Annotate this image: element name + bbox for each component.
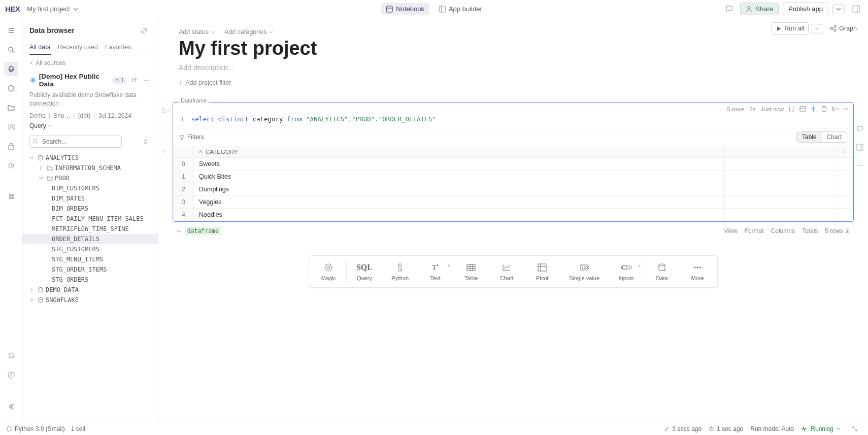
cell-drag-handle[interactable] bbox=[161, 107, 171, 113]
code-editor[interactable]: 1 select distinct category from "ANALYTI… bbox=[173, 113, 853, 128]
footer-view[interactable]: View bbox=[724, 227, 738, 235]
tree-table[interactable]: DIM_ORDERS bbox=[22, 204, 158, 214]
add-project-filter[interactable]: +Add project filter bbox=[179, 79, 848, 87]
cell-count[interactable]: 1 cell bbox=[71, 425, 85, 432]
column-header[interactable]: A CATEGORY bbox=[194, 146, 724, 158]
description-input[interactable]: Add description... bbox=[179, 63, 848, 72]
add-pivot[interactable]: Pivot bbox=[524, 260, 560, 283]
tree-table[interactable]: STG_ORDERS bbox=[22, 275, 158, 285]
expand-button[interactable] bbox=[848, 422, 862, 436]
page-title[interactable]: My first project bbox=[179, 38, 848, 59]
add-table[interactable]: Table bbox=[453, 260, 489, 283]
rail-history[interactable] bbox=[4, 158, 18, 173]
publish-dropdown[interactable] bbox=[832, 4, 845, 14]
last-ran[interactable]: 1 sec ago bbox=[709, 425, 743, 432]
tree-table[interactable]: DIM_DATES bbox=[22, 193, 158, 204]
rail-notifications[interactable] bbox=[4, 349, 18, 363]
run-mode[interactable]: Run mode: Auto bbox=[750, 425, 794, 432]
logo[interactable]: HEX bbox=[5, 5, 20, 13]
rail-search[interactable] bbox=[4, 43, 18, 57]
tree-table-selected[interactable]: ORDER_DETAILS bbox=[22, 234, 158, 244]
add-status[interactable]: Add status bbox=[179, 28, 215, 36]
tree-table[interactable]: FCT_DAILY_MENU_ITEM_SALES bbox=[22, 214, 158, 224]
add-magic[interactable]: Magic bbox=[311, 260, 347, 283]
table-row[interactable]: 4Noodles bbox=[174, 209, 853, 221]
tab-app-builder[interactable]: App builder bbox=[433, 3, 487, 15]
footer-rowcount[interactable]: 5 rows bbox=[825, 227, 850, 235]
view-table[interactable]: Table bbox=[797, 132, 822, 142]
add-column-button[interactable]: + bbox=[838, 146, 853, 158]
project-name-dropdown[interactable]: My first project bbox=[27, 5, 78, 13]
rail-files[interactable] bbox=[4, 101, 18, 115]
link-badge[interactable]: 1 bbox=[112, 77, 126, 84]
publish-button[interactable]: Publish app bbox=[783, 3, 828, 15]
add-query[interactable]: SQLQuery bbox=[347, 260, 382, 283]
cell-comment[interactable] bbox=[853, 122, 867, 136]
breadcrumb[interactable]: All sources bbox=[22, 55, 158, 71]
add-more[interactable]: More bbox=[680, 260, 715, 283]
tree-table[interactable]: STG_ORDER_ITEMS bbox=[22, 264, 158, 275]
footer-format[interactable]: Format bbox=[745, 227, 764, 235]
run-cell-button[interactable] bbox=[831, 106, 840, 112]
comment-button[interactable] bbox=[722, 2, 736, 16]
rail-shortcuts[interactable]: ⌘ bbox=[4, 190, 18, 204]
format-button[interactable] bbox=[799, 106, 806, 112]
panel-toggle-button[interactable] bbox=[849, 2, 863, 16]
run-all-dropdown[interactable] bbox=[812, 24, 822, 34]
collapse-all-button[interactable] bbox=[141, 137, 151, 147]
index-header[interactable] bbox=[174, 146, 194, 158]
source-name[interactable]: [Demo] Hex Public Data bbox=[39, 73, 109, 88]
cell-panel[interactable] bbox=[853, 140, 867, 154]
rail-collapse[interactable] bbox=[4, 399, 18, 414]
tree-table[interactable]: STG_CUSTOMERS bbox=[22, 244, 158, 254]
rail-data[interactable] bbox=[4, 62, 18, 76]
table-row[interactable]: 0Sweets bbox=[174, 158, 853, 171]
sidebar-tab-recent[interactable]: Recently used bbox=[58, 41, 98, 55]
tree-schema-analytics[interactable]: ANALYTICS bbox=[22, 153, 158, 163]
graph-button[interactable]: Graph bbox=[825, 23, 861, 34]
tree-table[interactable]: STG_MENU_ITEMS bbox=[22, 254, 158, 264]
footer-columns[interactable]: Columns bbox=[771, 227, 795, 235]
cell-menu-button[interactable] bbox=[844, 107, 848, 111]
rail-outline[interactable] bbox=[4, 23, 18, 38]
magic-button[interactable] bbox=[810, 106, 817, 112]
tree-schema-snowflake[interactable]: SNOWFLAKE bbox=[22, 295, 158, 305]
run-all-button[interactable]: Run all bbox=[772, 22, 809, 35]
add-categories[interactable]: Add categories bbox=[224, 28, 273, 36]
search-input[interactable] bbox=[29, 136, 122, 148]
add-inputs[interactable]: ▴Inputs bbox=[609, 260, 644, 283]
add-text[interactable]: ▴T✦Text bbox=[418, 260, 453, 283]
tree-schema-demo-data[interactable]: DEMO_DATA bbox=[22, 285, 158, 295]
query-dropdown[interactable]: Query bbox=[29, 122, 52, 129]
refresh-button[interactable] bbox=[129, 75, 139, 85]
copy-button[interactable] bbox=[821, 106, 827, 112]
rail-help[interactable]: ? bbox=[4, 368, 18, 382]
add-data[interactable]: Data bbox=[644, 260, 680, 283]
add-chart[interactable]: Chart bbox=[489, 260, 524, 283]
tree-table[interactable]: DIM_CUSTOMERS bbox=[22, 183, 158, 193]
output-variable[interactable]: dataframe bbox=[177, 227, 221, 235]
rail-vars[interactable]: [A] bbox=[4, 120, 18, 134]
view-chart[interactable]: Chart bbox=[822, 132, 847, 142]
tree-folder-information-schema[interactable]: INFORMATION_SCHEMA bbox=[22, 163, 158, 173]
filters-button[interactable]: Filters bbox=[179, 133, 204, 141]
tree-folder-prod[interactable]: PROD bbox=[22, 173, 158, 183]
table-row[interactable]: 2Dumplings bbox=[174, 183, 853, 196]
table-row[interactable]: 1Quick Bites bbox=[174, 171, 853, 183]
add-single-value[interactable]: 123Single value bbox=[560, 260, 609, 283]
share-button[interactable]: Share bbox=[740, 3, 779, 15]
run-state[interactable]: Running bbox=[801, 425, 841, 432]
sidebar-tab-all[interactable]: All data bbox=[29, 41, 51, 55]
cell-more[interactable] bbox=[853, 158, 867, 173]
table-row[interactable]: 3Veggies bbox=[174, 196, 853, 209]
footer-totals[interactable]: Totals bbox=[802, 227, 818, 235]
popout-button[interactable] bbox=[137, 23, 151, 38]
last-edited[interactable]: 3 secs ago bbox=[664, 425, 702, 432]
add-python[interactable]: Python bbox=[382, 260, 418, 283]
rail-package[interactable] bbox=[4, 81, 18, 95]
sidebar-tab-fav[interactable]: Favorites bbox=[105, 41, 131, 55]
kernel-status[interactable]: Python 3.9 (Small) bbox=[6, 425, 65, 432]
tree-table[interactable]: METRICFLOW_TIME_SPINE bbox=[22, 224, 158, 234]
more-button[interactable] bbox=[142, 75, 151, 85]
braces-button[interactable]: { } bbox=[789, 106, 795, 112]
